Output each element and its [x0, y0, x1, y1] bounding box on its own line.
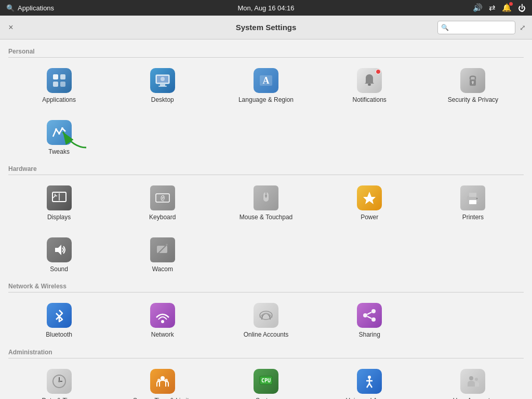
settings-item-power[interactable]: Power [319, 179, 420, 227]
network-label: Network [151, 331, 174, 339]
language-icon: A [254, 68, 278, 93]
notifications-svg [361, 72, 378, 89]
close-button[interactable]: × [6, 23, 16, 32]
sound-icon [47, 237, 72, 262]
svg-text:A: A [262, 75, 269, 86]
topbar-datetime: Mon, Aug 16 04:16 [237, 4, 294, 12]
system-label: System [256, 397, 276, 399]
security-label: Security & Privacy [448, 96, 498, 104]
svg-rect-1 [60, 74, 65, 79]
settings-item-useraccounts[interactable]: User Accounts [422, 363, 524, 399]
settings-item-applications[interactable]: Applications [8, 62, 110, 110]
keyboard-svg: @ [154, 190, 171, 206]
svg-point-47 [161, 376, 165, 380]
sharing-label: Sharing [359, 331, 380, 339]
search-box[interactable]: 🔍 [437, 21, 515, 34]
power-svg [361, 190, 378, 206]
online-accounts-label: Online Accounts [244, 331, 289, 339]
power-label: Power [361, 214, 378, 222]
svg-rect-12 [368, 84, 371, 86]
applications-svg [51, 72, 68, 89]
settings-item-mouse[interactable]: Mouse & Touchpad [215, 179, 316, 227]
settings-item-desktop[interactable]: Desktop [112, 62, 213, 110]
svg-point-39 [371, 309, 376, 313]
wacom-label: Wacom [152, 265, 173, 274]
sound-svg [51, 242, 68, 258]
language-svg: A [258, 72, 274, 89]
svg-point-31 [476, 198, 478, 200]
wacom-svg [154, 242, 171, 258]
settings-item-wacom[interactable]: Wacom [112, 231, 213, 279]
universal-svg [361, 373, 378, 390]
wacom-icon [150, 237, 175, 262]
svg-rect-7 [158, 86, 167, 87]
headerbar-left: × [6, 23, 16, 32]
settings-item-sound[interactable]: Sound [8, 231, 110, 279]
desktop-label: Desktop [151, 96, 174, 104]
desktop-icon [150, 68, 175, 93]
printers-svg [464, 190, 481, 206]
section-hardware-header: Hardware [8, 165, 524, 175]
volume-icon[interactable]: 🔊 [473, 3, 483, 12]
search-input[interactable] [451, 23, 512, 31]
useraccounts-svg [464, 373, 481, 390]
administration-grid: Date & Time Screen Time & Limits [8, 363, 524, 399]
notification-red-dot [376, 69, 381, 74]
notification-bell-icon[interactable]: 🔔 [502, 3, 512, 12]
settings-item-tweaks[interactable]: Tweaks [8, 114, 110, 162]
keyboard-icon: @ [150, 185, 175, 210]
network-svg [154, 307, 171, 324]
power-icon[interactable]: ⏻ [518, 4, 526, 12]
settings-item-printers[interactable]: Printers [422, 179, 524, 227]
settings-item-online-accounts[interactable]: Online Accounts [215, 297, 316, 344]
sharing-svg [361, 307, 378, 324]
tweaks-label: Tweaks [48, 148, 70, 156]
svg-point-46 [58, 380, 60, 382]
arrows-icon: ⇄ [489, 3, 496, 12]
settings-item-displays[interactable]: Displays [8, 179, 110, 227]
settings-item-security[interactable]: Security & Privacy [422, 62, 524, 110]
settings-item-keyboard[interactable]: @ Keyboard [112, 179, 213, 227]
system-svg: CPU [258, 373, 274, 390]
settings-item-network[interactable]: Network [112, 297, 213, 344]
svg-point-36 [161, 320, 164, 323]
topbar-right: 🔊 ⇄ 🔔 ⏻ [473, 3, 526, 12]
desktop-svg [154, 72, 171, 89]
headerbar-right: 🔍 ⤢ [437, 21, 526, 34]
settings-content: Personal Applications [0, 39, 532, 399]
keyboard-label: Keyboard [149, 214, 176, 222]
svg-marker-27 [363, 192, 376, 204]
svg-rect-2 [53, 82, 58, 87]
tweaks-svg [51, 124, 68, 141]
svg-rect-15 [472, 82, 473, 84]
settings-item-language[interactable]: A Language & Region [215, 62, 316, 110]
datetime-svg [51, 373, 68, 390]
resize-button[interactable]: ⤢ [520, 23, 526, 32]
universal-label: Universal Access [346, 397, 393, 399]
settings-item-notifications[interactable]: Notifications [319, 62, 420, 110]
svg-point-35 [166, 244, 168, 246]
headerbar: × System Settings 🔍 ⤢ [0, 16, 532, 39]
hardware2-grid: Sound Wacom [8, 231, 524, 279]
settings-item-universal[interactable]: Universal Access [319, 363, 420, 399]
datetime-icon [47, 369, 72, 394]
online-accounts-icon [254, 303, 278, 328]
mouse-svg [258, 190, 274, 206]
system-icon: CPU [254, 369, 278, 394]
datetime-label: Date & Time [42, 397, 76, 399]
window-title: System Settings [236, 23, 297, 32]
svg-point-18 [61, 127, 63, 129]
screentime-svg [154, 373, 171, 390]
svg-point-60 [475, 378, 478, 381]
applications-icon-container [47, 68, 72, 96]
settings-item-system[interactable]: CPU System [215, 363, 316, 399]
settings-item-datetime[interactable]: Date & Time [8, 363, 110, 399]
svg-text:@: @ [161, 194, 164, 202]
svg-point-9 [161, 77, 165, 81]
settings-item-bluetooth[interactable]: Bluetooth [8, 297, 110, 344]
settings-item-sharing[interactable]: Sharing [319, 297, 420, 344]
notifications-icon [357, 68, 382, 93]
svg-marker-32 [55, 245, 61, 255]
applications-label: Applications [42, 96, 76, 104]
settings-item-screentime[interactable]: Screen Time & Limits [112, 363, 213, 399]
